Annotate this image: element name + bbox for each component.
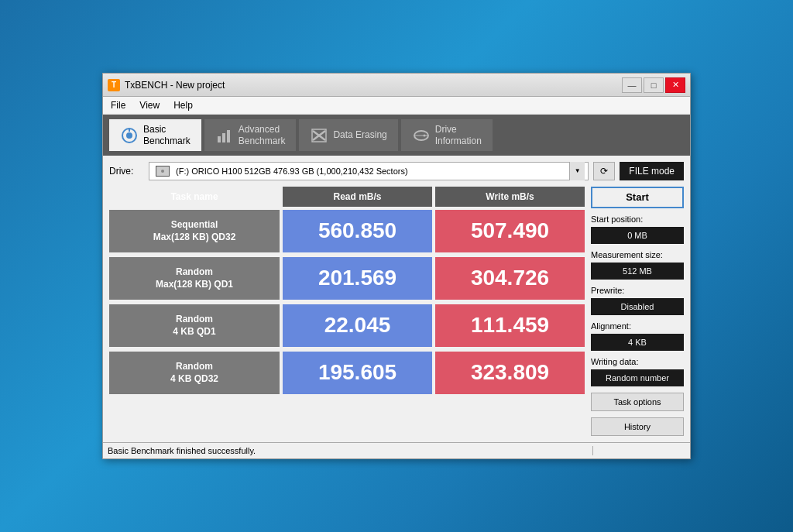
- main-window: T TxBENCH - New project — □ ✕ File View …: [102, 73, 691, 459]
- table-row: Random 4 KB QD32 195.605 323.809: [109, 352, 585, 394]
- table-row: Random Max(128 KB) QD1 201.569 304.726: [109, 257, 585, 300]
- table-row: Random 4 KB QD1 22.045 111.459: [109, 304, 585, 347]
- advanced-benchmark-icon: [215, 126, 234, 145]
- file-mode-button[interactable]: FILE mode: [620, 162, 684, 180]
- menu-view[interactable]: View: [136, 98, 163, 112]
- header-task-name: Task name: [109, 187, 280, 207]
- header-read: Read mB/s: [283, 187, 432, 207]
- task-name-sequential-qd32: Sequential Max(128 KB) QD32: [109, 210, 280, 252]
- start-position-value: 0 MB: [591, 227, 684, 244]
- task-name-random-4kb-qd32: Random 4 KB QD32: [109, 352, 280, 394]
- window-controls: — □ ✕: [622, 77, 685, 93]
- right-panel: Start Start position: 0 MB Measurement s…: [591, 187, 684, 436]
- main-area: Task name Read mB/s Write mB/s Sequentia…: [109, 187, 684, 436]
- measurement-size-label: Measurement size:: [591, 250, 684, 259]
- header-write: Write mB/s: [435, 187, 585, 207]
- svg-rect-4: [222, 133, 225, 142]
- tab-basic-benchmark[interactable]: Basic Benchmark: [109, 119, 201, 151]
- table-rows: Sequential Max(128 KB) QD32 560.850 507.…: [109, 210, 585, 394]
- prewrite-label: Prewrite:: [591, 286, 684, 295]
- read-value-random-qd1-128kb: 201.569: [283, 257, 432, 300]
- menu-file[interactable]: File: [108, 98, 129, 112]
- write-value-random-4kb-qd1: 111.459: [435, 304, 585, 347]
- drive-label: Drive:: [109, 166, 144, 177]
- maximize-button[interactable]: □: [644, 77, 664, 93]
- basic-benchmark-icon: [120, 126, 139, 145]
- task-name-random-4kb-qd1: Random 4 KB QD1: [109, 304, 280, 347]
- svg-rect-5: [227, 130, 230, 142]
- table-header: Task name Read mB/s Write mB/s: [109, 187, 585, 207]
- write-value-random-4kb-qd32: 323.809: [435, 352, 585, 394]
- measurement-size-value: 512 MB: [591, 263, 684, 280]
- svg-point-11: [423, 134, 425, 136]
- write-value-random-qd1-128kb: 304.726: [435, 257, 585, 300]
- drive-refresh-button[interactable]: ⟳: [593, 162, 615, 180]
- minimize-button[interactable]: —: [622, 77, 642, 93]
- tab-data-erasing[interactable]: Data Erasing: [299, 119, 397, 151]
- read-value-random-4kb-qd1: 22.045: [283, 304, 432, 347]
- tab-advanced-benchmark-label: Advanced Benchmark: [239, 124, 286, 146]
- drive-select-value: (F:) ORICO H100 512GB 476.93 GB (1,000,2…: [153, 166, 569, 177]
- app-icon: T: [108, 79, 120, 91]
- toolbar: Basic Benchmark Advanced Benchmark: [103, 115, 690, 156]
- prewrite-value: Disabled: [591, 298, 684, 315]
- tab-data-erasing-label: Data Erasing: [333, 129, 386, 140]
- writing-data-value: Random number: [591, 369, 684, 386]
- write-value-sequential-qd32: 507.490: [435, 210, 585, 252]
- task-name-random-qd1-128kb: Random Max(128 KB) QD1: [109, 257, 280, 300]
- drive-row: Drive: (F:) ORICO H100 512GB 476.93 GB (…: [109, 162, 684, 180]
- tab-basic-benchmark-label: Basic Benchmark: [143, 124, 191, 146]
- drive-select[interactable]: (F:) ORICO H100 512GB 476.93 GB (1,000,2…: [149, 162, 589, 180]
- menu-help[interactable]: Help: [170, 98, 196, 112]
- left-panel: Task name Read mB/s Write mB/s Sequentia…: [109, 187, 585, 436]
- status-right: [592, 446, 685, 455]
- status-text: Basic Benchmark finished successfully.: [108, 446, 589, 455]
- task-options-button[interactable]: Task options: [591, 393, 684, 411]
- svg-point-1: [126, 132, 132, 139]
- tab-drive-information[interactable]: Drive Information: [401, 119, 493, 151]
- start-button[interactable]: Start: [591, 187, 684, 208]
- writing-data-label: Writing data:: [591, 357, 684, 366]
- read-value-random-4kb-qd32: 195.605: [283, 352, 432, 394]
- status-bar: Basic Benchmark finished successfully.: [103, 442, 690, 458]
- data-erasing-icon: [310, 126, 328, 145]
- menu-bar: File View Help: [103, 97, 690, 115]
- tab-advanced-benchmark[interactable]: Advanced Benchmark: [204, 119, 297, 151]
- content-area: Drive: (F:) ORICO H100 512GB 476.93 GB (…: [103, 156, 690, 442]
- tab-drive-information-label: Drive Information: [435, 124, 482, 146]
- alignment-label: Alignment:: [591, 321, 684, 331]
- read-value-sequential-qd32: 560.850: [283, 210, 432, 252]
- drive-dropdown-arrow[interactable]: ▼: [569, 162, 585, 180]
- start-position-label: Start position:: [591, 215, 684, 224]
- window-title: TxBENCH - New project: [125, 80, 622, 91]
- history-button[interactable]: History: [591, 417, 684, 436]
- drive-information-icon: [412, 126, 431, 145]
- svg-rect-3: [218, 136, 221, 142]
- disk-icon: [156, 166, 170, 177]
- title-bar: T TxBENCH - New project — □ ✕: [103, 74, 690, 97]
- alignment-value: 4 KB: [591, 334, 684, 351]
- close-button[interactable]: ✕: [665, 77, 685, 93]
- table-row: Sequential Max(128 KB) QD32 560.850 507.…: [109, 210, 585, 252]
